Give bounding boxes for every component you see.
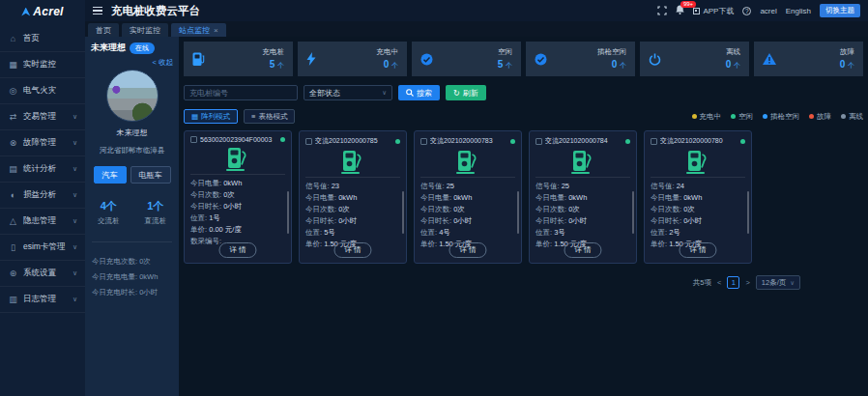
sidebar-item-profit-analysis[interactable]: ◐损益分析∨ [0,183,85,209]
stat-charging: 充电中0 个 [298,42,407,76]
sidebar-item-label: 隐患管理 [23,215,56,227]
detail-button[interactable]: 详 情 [564,242,601,258]
collapse-link[interactable]: < 收起 [85,54,179,68]
status-legend: 充电中 空闲 插枪空闲 故障 离线 [692,112,864,122]
charging-pile-icon [341,150,364,175]
pile-id: 5630020023904F00003 [200,136,277,143]
lightning-icon [306,52,316,66]
legend-plugged-idle: 插枪空闲 [763,112,799,122]
tab-label: 站点监控 [179,25,210,36]
vehicle-tab-car[interactable]: 汽车 [94,166,127,184]
sidebar-item-esim-mgmt[interactable]: ▯esim卡管理∨ [0,235,85,261]
warning-icon [763,53,776,65]
pile-cards: 5630020023904F00003 今日电量: 0kWh 今日次数: 0次 … [184,130,863,264]
sidebar-item-realtime-monitor[interactable]: ▦实时监控 [0,52,85,78]
sidebar-item-system-settings[interactable]: ⊛系统设置∨ [0,261,85,287]
tab-site-monitor[interactable]: 站点监控× [171,23,226,37]
card-scrollbar[interactable] [402,191,404,234]
vehicle-tab-ebike[interactable]: 电瓶车 [130,166,171,184]
help-icon[interactable]: ? [742,7,751,15]
card-checkbox[interactable] [535,138,542,145]
notifications-button[interactable]: 99+ [676,5,684,16]
next-page-button[interactable]: > [745,278,749,287]
pile-card: 交流2021020000785 信号值: 23 今日电量: 0kWh 今日次数:… [299,130,407,264]
sidebar-item-hazard-mgmt[interactable]: △隐患管理∨ [0,209,85,235]
qr-code-icon [693,8,700,14]
language-switch[interactable]: English [786,7,811,15]
charging-pile-icon [192,52,205,67]
prev-page-button[interactable]: < [717,278,721,287]
stat-idle: 空闲5 个 [412,42,521,76]
pile-info: 今日电量: 0kWh 今日次数: 0次 今日时长: 0小时 位置: 1号 单价:… [190,178,285,247]
tab-home[interactable]: 首页 [88,23,119,37]
detail-button[interactable]: 详 情 [333,242,371,258]
chevron-down-icon: ∨ [72,113,77,121]
tab-label: 首页 [96,25,111,36]
card-checkbox[interactable] [651,138,657,145]
fullscreen-icon[interactable] [657,6,667,15]
status-select-value: 全部状态 [309,88,340,99]
app-download-link[interactable]: APP下载 [693,6,734,16]
tab-realtime-monitor[interactable]: 实时监控 [122,23,168,37]
chevron-down-icon: ∨ [72,243,77,251]
close-icon[interactable]: × [214,26,218,35]
chevron-down-icon: ∨ [72,165,77,173]
dc-pile-label: 直流桩 [145,216,167,226]
detail-button[interactable]: 详 情 [218,242,256,258]
site-panel: 未来理想 在线 < 收起 未来理想 河北省邯郸市临漳县 汽车 电瓶车 4个 交流… [85,37,179,396]
card-checkbox[interactable] [305,138,312,145]
pile-card: 交流2021020000784 信号值: 25 今日电量: 0kWh 今日次数:… [529,130,637,264]
legend-dot [731,114,736,119]
grid-mode-button[interactable]: ▦阵列模式 [184,109,238,124]
power-plug-icon [649,53,661,66]
pile-id: 交流2021020000780 [660,136,738,146]
legend-dot [763,114,767,119]
sidebar-item-home[interactable]: ⌂首页 [0,26,85,52]
sidebar-item-statistics[interactable]: ▤统计分析∨ [0,156,85,183]
dc-pile-count: 1个 [145,199,167,213]
page-size-select[interactable]: 12条/页∨ [756,275,800,290]
legend-dot [841,114,846,119]
pile-number-input[interactable] [184,85,298,100]
card-checkbox[interactable] [190,136,197,143]
current-page[interactable]: 1 [727,276,739,289]
status-badge: 在线 [130,42,155,54]
charging-pile-icon [686,150,709,175]
card-scrollbar[interactable] [747,191,749,234]
menu-toggle-icon[interactable] [93,7,102,14]
table-mode-button[interactable]: ≡表格模式 [244,109,295,124]
mode-row: ▦阵列模式 ≡表格模式 充电中 空闲 插枪空闲 故障 离线 [184,109,863,124]
detail-button[interactable]: 详 情 [679,242,716,258]
card-scrollbar[interactable] [632,191,634,234]
search-button[interactable]: 搜索 [398,85,440,100]
sidebar-item-log-mgmt[interactable]: ▥日志管理∨ [0,287,85,313]
top-header: 充电桩收费云平台 99+ APP下载 ? acrel English 切换主题 [85,0,868,21]
dc-pile-stat: 1个 直流桩 [145,199,167,226]
tab-strip: 首页 实时监控 站点监控× [85,21,868,37]
detail-button[interactable]: 详 情 [448,242,486,258]
sidebar-item-transaction-mgmt[interactable]: ⇄交易管理∨ [0,104,85,130]
today-charge-energy: 今日充电电量: 0kWh [92,269,172,285]
sidebar-item-fault-mgmt[interactable]: ⊗故障管理∨ [0,130,85,156]
sidebar-item-label: 系统设置 [23,268,56,279]
list-icon: ≡ [251,112,255,121]
sidebar-item-electrical-fire[interactable]: ◎电气火灾 [0,78,85,104]
card-checkbox[interactable] [420,138,427,145]
stat-label: 空闲 [498,47,512,57]
chevron-down-icon: ∨ [72,269,77,277]
theme-switch-button[interactable]: 切换主题 [820,4,860,17]
pile-card: 5630020023904F00003 今日电量: 0kWh 今日次数: 0次 … [184,130,292,264]
esim-card-icon: ▯ [8,242,18,252]
settings-icon: ⊛ [8,269,18,278]
hazard-icon: △ [8,216,18,226]
legend-dot [692,114,697,119]
sidebar-item-label: 损益分析 [23,189,56,201]
pile-id: 交流2021020000783 [430,136,507,146]
status-select[interactable]: 全部状态 ∨ [304,85,392,100]
check-circle-icon [420,53,433,66]
card-scrollbar[interactable] [287,191,289,234]
card-scrollbar[interactable] [517,191,519,234]
refresh-button[interactable]: ↻ 刷新 [446,85,486,100]
username[interactable]: acrel [760,7,776,15]
sidebar-item-label: 故障管理 [23,137,56,149]
